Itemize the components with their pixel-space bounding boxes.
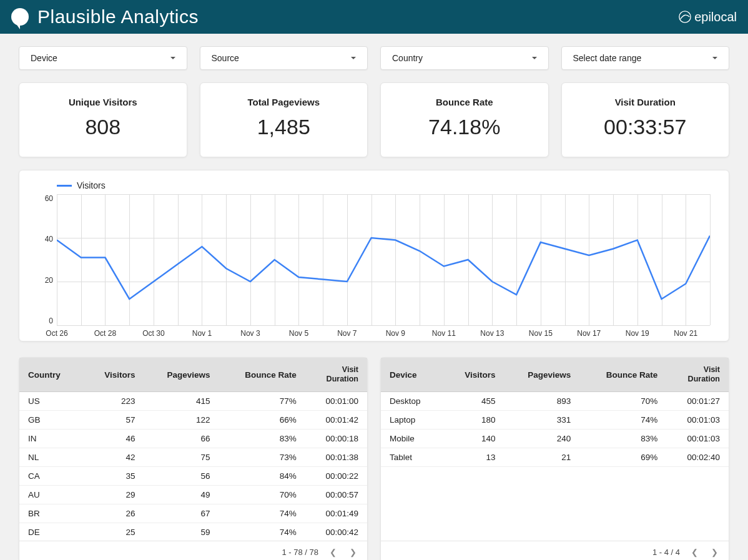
stat-bounce-rate: Bounce Rate 74.18% <box>380 82 549 157</box>
stat-unique-visitors: Unique Visitors 808 <box>19 82 187 157</box>
stat-total-pageviews: Total Pageviews 1,485 <box>200 82 368 157</box>
chart-legend: Visitors <box>19 177 729 194</box>
stat-value: 00:33:57 <box>568 115 723 139</box>
table-row[interactable]: Tablet132169%00:02:40 <box>381 448 729 467</box>
date-range-filter[interactable]: Select date range <box>561 46 730 70</box>
column-header[interactable]: Device <box>381 358 443 392</box>
column-header[interactable]: Country <box>19 358 83 392</box>
stat-value: 74.18% <box>387 115 542 139</box>
table-row[interactable]: AU294970%00:00:57 <box>19 486 367 504</box>
tables-row: CountryVisitorsPageviewsBounce RateVisit… <box>0 348 748 560</box>
filter-bar: Device Source Country Select date range <box>0 34 748 76</box>
stats-row: Unique Visitors 808 Total Pageviews 1,48… <box>0 76 748 164</box>
device-filter-label: Device <box>31 53 57 63</box>
visitors-chart: Visitors 6040200 Oct 26Oct 28Oct 30Nov 1… <box>19 170 729 341</box>
device-table-footer: 1 - 4 / 4 ❮ ❯ <box>381 541 729 560</box>
chevron-down-icon <box>351 57 356 59</box>
country-table-footer: 1 - 78 / 78 ❮ ❯ <box>19 541 367 560</box>
column-header[interactable]: Pageviews <box>142 358 217 392</box>
stat-value: 1,485 <box>207 115 362 139</box>
country-filter[interactable]: Country <box>380 46 549 70</box>
stat-label: Total Pageviews <box>207 97 362 107</box>
next-page-button[interactable]: ❯ <box>347 546 358 558</box>
device-pager-text: 1 - 4 / 4 <box>652 548 680 557</box>
source-filter-label: Source <box>212 53 239 63</box>
column-header[interactable]: VisitDuration <box>664 358 729 392</box>
legend-line-icon <box>57 185 72 187</box>
table-row[interactable]: Laptop18033174%00:01:03 <box>381 411 729 430</box>
column-header[interactable]: Visitors <box>443 358 502 392</box>
legend-label: Visitors <box>77 180 106 190</box>
column-header[interactable]: Bounce Rate <box>577 358 664 392</box>
country-pager-text: 1 - 78 / 78 <box>282 548 318 557</box>
country-filter-label: Country <box>392 53 423 63</box>
page-title: Plausible Analytics <box>37 6 199 27</box>
table-row[interactable]: IN466683%00:00:18 <box>19 430 367 448</box>
next-page-button[interactable]: ❯ <box>709 546 720 558</box>
prev-page-button[interactable]: ❮ <box>327 546 338 558</box>
table-row[interactable]: BR266774%00:01:49 <box>19 504 367 523</box>
chevron-down-icon <box>170 57 175 59</box>
table-row[interactable]: Desktop45589370%00:01:27 <box>381 392 729 411</box>
brand-label: epilocal <box>678 10 737 24</box>
table-row[interactable]: US22341577%00:01:00 <box>19 392 367 411</box>
table-row[interactable]: Mobile14024083%00:01:03 <box>381 430 729 448</box>
table-row[interactable]: GB5712266%00:01:42 <box>19 411 367 430</box>
column-header[interactable]: Visitors <box>83 358 141 392</box>
column-header[interactable]: VisitDuration <box>303 358 367 392</box>
chart-line <box>57 194 710 325</box>
app-header: Plausible Analytics epilocal <box>0 0 748 34</box>
device-table: DeviceVisitorsPageviewsBounce RateVisitD… <box>380 357 729 560</box>
brand-icon <box>678 10 692 24</box>
chevron-down-icon <box>532 57 537 59</box>
stat-label: Bounce Rate <box>387 97 542 107</box>
plausible-logo-icon <box>11 8 29 26</box>
country-table: CountryVisitorsPageviewsBounce RateVisit… <box>19 357 368 560</box>
stat-visit-duration: Visit Duration 00:33:57 <box>561 82 730 157</box>
stat-label: Visit Duration <box>568 97 723 107</box>
date-range-label: Select date range <box>573 53 642 63</box>
prev-page-button[interactable]: ❮ <box>689 546 700 558</box>
chevron-down-icon <box>712 57 717 59</box>
column-header[interactable]: Pageviews <box>502 358 578 392</box>
table-row[interactable]: NL427573%00:01:38 <box>19 448 367 467</box>
table-row[interactable]: CA355684%00:00:22 <box>19 467 367 486</box>
stat-label: Unique Visitors <box>26 97 180 107</box>
column-header[interactable]: Bounce Rate <box>217 358 303 392</box>
table-row[interactable]: DE255974%00:00:42 <box>19 523 367 541</box>
stat-value: 808 <box>26 115 180 139</box>
device-filter[interactable]: Device <box>19 46 187 70</box>
source-filter[interactable]: Source <box>200 46 368 70</box>
